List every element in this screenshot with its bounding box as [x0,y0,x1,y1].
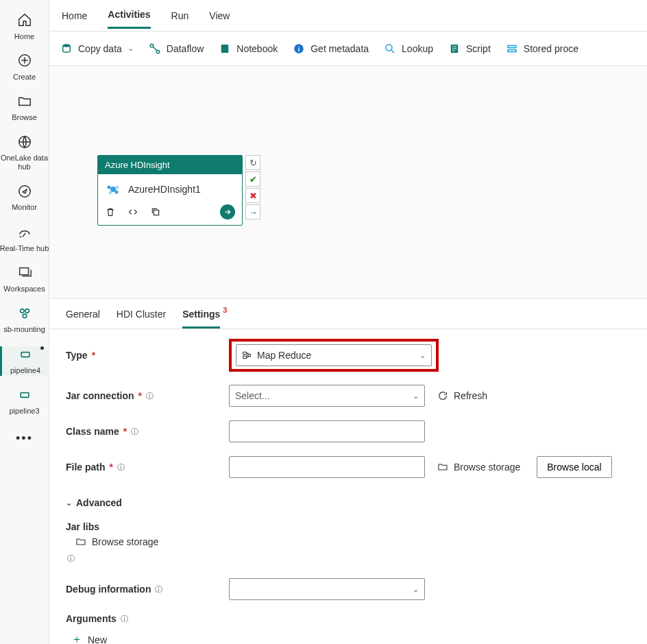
nav-realtime[interactable]: Real-Time hub [0,224,49,252]
notebook-button[interactable]: Notebook [219,43,278,55]
tab-run[interactable]: Run [171,10,189,28]
copy-icon[interactable] [150,206,161,217]
search-icon [384,43,396,55]
run-activity-button[interactable] [220,204,235,219]
copy-data-button[interactable]: Copy data ⌄ [60,43,134,55]
activity-header: Azure HDInsight [98,156,242,174]
svg-rect-25 [243,352,247,355]
jar-libs-browse-storage[interactable]: Browse storage [75,536,158,547]
svg-point-19 [110,187,116,192]
file-path-input[interactable] [229,456,425,478]
nav-label: pipeline3 [9,407,39,415]
info-icon[interactable]: ⓘ [117,462,125,473]
pipeline-canvas[interactable]: Azure HDInsight AzureHDInsight1 [49,66,647,299]
svg-point-5 [25,309,28,313]
activities-toolbar: Copy data ⌄ Dataflow Notebook i Get meta… [49,32,647,66]
tab-hdi-cluster[interactable]: HDI Cluster [117,309,166,329]
mapreduce-icon [242,350,252,360]
chevron-down-icon: ⌄ [66,499,72,508]
nav-label: Monitor [12,203,37,211]
svg-point-23 [115,191,119,194]
info-icon[interactable]: ⓘ [121,614,128,624]
svg-point-6 [23,314,27,318]
svg-point-9 [63,44,71,47]
compass-icon [0,184,49,201]
toolbar-label: Script [466,43,491,54]
info-icon[interactable]: ⓘ [155,584,162,595]
plus-icon: ＋ [71,632,82,644]
svg-rect-24 [154,210,158,215]
advanced-toggle[interactable]: ⌄ Advanced [66,497,122,508]
info-icon[interactable]: ⓘ [131,427,138,437]
activity-node[interactable]: Azure HDInsight AzureHDInsight1 [97,155,243,226]
arguments-add-new[interactable]: ＋ New [66,632,107,644]
toolbar-label: Lookup [402,43,433,54]
class-name-input[interactable] [229,420,425,442]
tab-home[interactable]: Home [62,10,87,28]
script-button[interactable]: Script [448,43,491,55]
stored-procedure-button[interactable]: Stored proce [506,43,578,55]
nav-create[interactable]: Create [0,53,49,81]
lookup-button[interactable]: Lookup [384,43,433,55]
refresh-button[interactable]: Refresh [437,390,487,401]
svg-text:i: i [298,45,300,52]
nav-workspace-sb[interactable]: sb-mounting [0,306,49,334]
port-success[interactable]: ✔ [245,171,260,187]
arguments-label: Arguments ⓘ [66,613,631,624]
nav-home[interactable]: Home [0,12,49,40]
toolbar-label: Copy data [78,43,122,54]
port-completion[interactable]: ↻ [245,155,260,170]
tab-view[interactable]: View [209,10,230,28]
type-label: Type* [66,350,229,361]
nav-label: OneLake data hub [1,154,48,171]
nav-monitor[interactable]: Monitor [0,184,49,212]
jar-connection-label: Jar connection* ⓘ [66,390,229,401]
info-icon[interactable]: ⓘ [67,554,75,562]
code-icon[interactable] [127,206,139,217]
svg-rect-17 [508,45,516,47]
activity-ports: ↻ ✔ ✖ → [245,155,260,219]
refresh-icon [437,390,448,401]
nav-pipeline3[interactable]: pipeline3 [0,388,49,415]
jar-connection-select[interactable]: Select... ⌄ [229,385,425,407]
browse-local-button[interactable]: Browse local [537,456,611,478]
get-metadata-button[interactable]: i Get metadata [293,43,369,55]
browse-storage-button[interactable]: Browse storage [437,462,520,473]
folder-icon [0,94,49,111]
svg-point-21 [116,186,119,189]
chevron-down-icon: ⌄ [127,44,134,53]
nav-browse[interactable]: Browse [0,94,49,122]
type-value: Map Reduce [257,350,311,361]
type-select[interactable]: Map Reduce ⌄ [236,344,432,366]
nav-pipeline4[interactable]: pipeline4 [0,346,49,376]
debug-info-select[interactable]: ⌄ [229,578,425,600]
type-highlight: Map Reduce ⌄ [229,339,439,372]
nav-label: Create [13,73,36,81]
info-icon[interactable]: ⓘ [146,391,154,401]
dataflow-button[interactable]: Dataflow [149,43,204,55]
toolbar-label: Get metadata [310,43,369,54]
toolbar-label: Dataflow [167,43,204,54]
port-failure[interactable]: ✖ [245,188,260,203]
delete-icon[interactable] [105,206,116,217]
stack-icon [0,265,49,282]
nav-more[interactable]: ••• [16,431,33,446]
svg-point-20 [108,186,111,189]
ribbon-tabs: Home Activities Run View [49,0,647,32]
pipeline-icon [0,388,49,404]
folder-icon [437,462,448,473]
nav-onelake[interactable]: OneLake data hub [0,134,49,171]
nav-workspaces[interactable]: Workspaces [0,265,49,293]
chevron-down-icon: ⌄ [419,351,426,360]
port-skip[interactable]: → [245,204,260,219]
svg-rect-12 [221,45,229,53]
svg-point-15 [386,45,392,51]
copy-data-icon [60,43,73,55]
tab-general[interactable]: General [66,309,100,329]
activity-settings-tabs: General HDI Cluster Settings 3 [49,299,647,329]
svg-rect-3 [19,268,28,275]
main-area: Home Activities Run View Copy data ⌄ Dat… [49,0,647,644]
tab-activities[interactable]: Activities [108,9,150,29]
tab-settings[interactable]: Settings 3 [182,309,220,329]
nav-label: Real-Time hub [0,244,49,252]
